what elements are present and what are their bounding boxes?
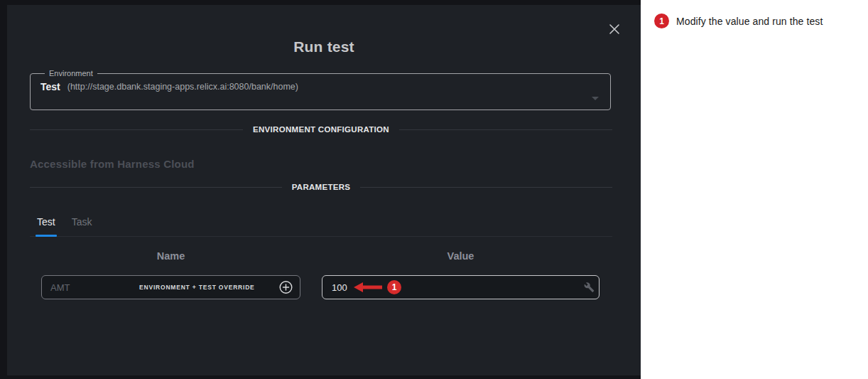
environment-configuration-heading: ENVIRONMENT CONFIGURATION — [253, 125, 389, 134]
chevron-down-icon[interactable] — [592, 97, 599, 100]
annotation-number-badge: 1 — [654, 14, 669, 28]
environment-selected-url: (http://stage.dbank.staging-apps.relicx.… — [67, 82, 298, 92]
circle-plus-icon[interactable] — [279, 281, 293, 294]
annotation-step-badge: 1 — [387, 280, 401, 294]
environment-select-label: Environment — [45, 69, 97, 78]
divider-line — [30, 129, 243, 130]
column-header-value: Value — [322, 250, 600, 262]
parameters-divider: PARAMETERS — [30, 183, 612, 191]
column-header-name: Name — [41, 250, 300, 262]
parameter-name-input[interactable] — [42, 276, 127, 299]
divider-line — [360, 187, 612, 188]
parameter-name-field[interactable]: ENVIRONMENT + TEST OVERRIDE — [41, 275, 300, 299]
run-test-dialog: Run test Environment Test (http://stage.… — [7, 5, 641, 375]
close-icon[interactable] — [608, 23, 621, 36]
parameter-value-field[interactable]: 1 — [322, 275, 600, 299]
override-badge: ENVIRONMENT + TEST OVERRIDE — [139, 276, 255, 299]
harness-cloud-access-note: Accessible from Harness Cloud — [30, 158, 195, 170]
annotation-side-panel: 1 Modify the value and run the test — [641, 0, 868, 379]
tab-test[interactable]: Test — [36, 210, 57, 236]
environment-select[interactable]: Environment Test (http://stage.dbank.sta… — [30, 69, 611, 110]
annotation-arrow: 1 — [354, 280, 401, 294]
parameters-tab-bar: Test Task — [30, 210, 612, 237]
wrench-icon[interactable] — [584, 282, 595, 293]
parameter-value-input[interactable] — [322, 276, 352, 299]
divider-line — [399, 129, 612, 130]
divider-line — [30, 187, 282, 188]
annotation-item: 1 Modify the value and run the test — [641, 0, 868, 28]
tab-task[interactable]: Task — [70, 210, 94, 236]
environment-selected-name: Test — [40, 81, 60, 92]
environment-configuration-divider: ENVIRONMENT CONFIGURATION — [30, 125, 612, 134]
annotation-text: Modify the value and run the test — [676, 16, 823, 27]
red-arrow-left-icon — [354, 282, 382, 292]
dialog-title: Run test — [7, 38, 641, 55]
parameters-heading: PARAMETERS — [292, 183, 351, 191]
